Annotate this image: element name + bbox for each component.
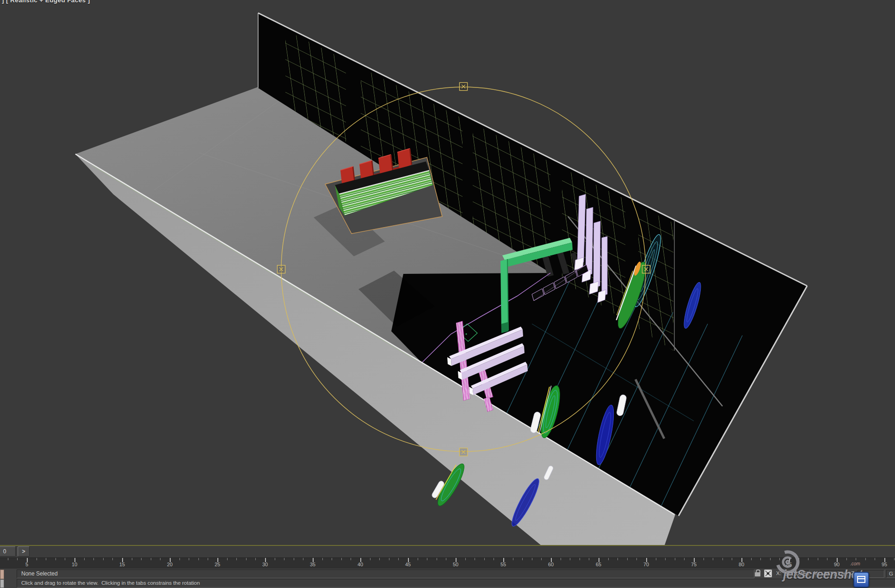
ruler-tick: [160, 558, 160, 560]
time-slider-handle[interactable]: 0: [0, 546, 16, 557]
ruler-tick: [418, 558, 418, 560]
ruler-tick: [818, 558, 818, 560]
ruler-tick: [779, 558, 780, 560]
ruler-tick-label: 95: [882, 562, 887, 567]
ruler-tick: [484, 558, 485, 560]
ruler-tick: [379, 558, 380, 560]
ruler-tick: [8, 558, 8, 560]
selection-status: None Selected: [17, 569, 754, 578]
ruler-tick-label: 30: [262, 562, 268, 567]
ruler-tick: [303, 558, 303, 560]
viewport-3d[interactable]: ] [ Realistic + Edged Faces ]: [0, 0, 895, 545]
ruler-tick: [475, 558, 475, 560]
ruler-tick: [675, 558, 675, 560]
ruler-tick: [141, 558, 142, 560]
ruler-tick: [227, 558, 228, 560]
ruler-tick: [446, 558, 446, 560]
ruler-tick: [84, 558, 85, 560]
ruler-tick: [513, 558, 513, 560]
ruler-tick: [17, 558, 18, 560]
ruler-tick: [494, 558, 494, 560]
ruler-tick-label: 60: [548, 562, 554, 567]
time-ruler[interactable]: 5101520253035404550556065707580859095: [0, 557, 895, 569]
gizmo-handle-right[interactable]: [642, 266, 650, 273]
ruler-tick: [294, 558, 294, 560]
ruler-tick: [636, 558, 637, 560]
ruler-tick-label: 85: [786, 562, 792, 567]
x-coordinate-label: X:: [776, 570, 781, 576]
ruler-tick: [37, 558, 37, 560]
ruler-tick-label: 5: [25, 562, 28, 567]
status-bar: None Selected X: 60210,957 Y: -5577,71m …: [0, 569, 895, 588]
ruler-tick: [770, 558, 771, 560]
ruler-tick: [437, 558, 437, 560]
ruler-tick: [275, 558, 275, 560]
ruler-tick: [722, 558, 723, 560]
absolute-mode-icon[interactable]: [764, 569, 772, 577]
ruler-tick: [894, 558, 895, 560]
ruler-tick: [704, 558, 704, 560]
ruler-tick: [56, 558, 56, 560]
ruler-tick: [580, 558, 580, 560]
ruler-tick: [541, 558, 542, 560]
ruler-tick: [808, 558, 809, 560]
ruler-tick: [875, 558, 875, 560]
ruler-tick-label: 80: [739, 562, 744, 567]
gizmo-handle-top[interactable]: [460, 83, 468, 91]
ruler-tick: [189, 558, 189, 560]
next-frame-button[interactable]: >: [18, 546, 30, 557]
ruler-tick: [732, 558, 732, 560]
ruler-tick: [665, 558, 666, 560]
ruler-tick: [398, 558, 399, 560]
selection-lock-icon[interactable]: [755, 572, 760, 576]
ruler-tick: [132, 558, 132, 560]
ruler-tick-label: 20: [167, 562, 173, 567]
ruler-tick: [656, 558, 656, 560]
ruler-tick-label: 35: [310, 562, 315, 567]
y-coordinate-field[interactable]: -5577,71m: [821, 570, 847, 578]
ruler-tick: [751, 558, 752, 560]
y-coordinate-label: Y:: [814, 570, 819, 576]
ruler-tick-label: 15: [119, 562, 125, 567]
ruler-tick: [46, 558, 46, 560]
ruler-tick: [522, 558, 523, 560]
ruler-tick: [684, 558, 685, 560]
ruler-tick-label: 90: [834, 562, 839, 567]
ruler-tick: [332, 558, 332, 560]
trackbar[interactable]: 0 >: [0, 546, 895, 557]
viewport-shading-label[interactable]: ] [ Realistic + Edged Faces ]: [2, 0, 90, 4]
ruler-tick-label: 75: [691, 562, 697, 567]
ruler-tick-label: 50: [453, 562, 458, 567]
ruler-tick: [208, 558, 208, 560]
gizmo-handle-bottom[interactable]: [460, 448, 468, 456]
ruler-tick: [561, 558, 561, 560]
ruler-tick: [865, 558, 866, 560]
ruler-tick: [617, 558, 618, 560]
ruler-tick: [589, 558, 589, 560]
ruler-tick-label: 10: [72, 562, 77, 567]
ruler-tick: [341, 558, 342, 560]
ruler-tick: [427, 558, 427, 560]
ruler-tick: [760, 558, 761, 560]
ruler-tick: [112, 558, 113, 560]
clipped-left-icon: [0, 579, 4, 588]
ruler-tick-label: 40: [358, 562, 363, 567]
ruler-tick: [532, 558, 532, 560]
ruler-tick: [255, 558, 256, 560]
viewport-canvas[interactable]: [0, 0, 895, 545]
ruler-tick: [179, 558, 180, 560]
gizmo-handle-left[interactable]: [278, 266, 285, 273]
z-coordinate-label: Z:: [851, 570, 856, 576]
ruler-tick: [846, 558, 847, 560]
z-coordinate-field[interactable]: [858, 570, 884, 578]
ruler-tick: [799, 558, 799, 560]
ruler-tick-label: 55: [500, 562, 506, 567]
grid-size-field-clipped: G: [886, 570, 895, 578]
ruler-tick-label: 65: [596, 562, 601, 567]
clipped-left-icon: [0, 569, 4, 579]
ruler-tick: [93, 558, 94, 560]
ruler-tick: [608, 558, 609, 560]
ruler-tick-label: 70: [643, 562, 649, 567]
x-coordinate-field[interactable]: 60210,957: [783, 570, 809, 578]
ruler-tick: [713, 558, 713, 560]
